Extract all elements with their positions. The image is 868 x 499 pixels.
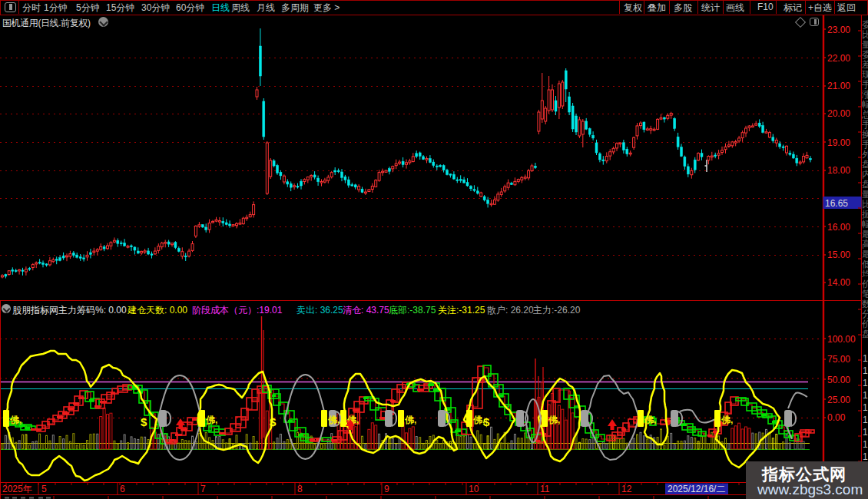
svg-text:2025年: 2025年 — [2, 484, 32, 494]
svg-text:75.00: 75.00 — [827, 354, 850, 365]
svg-text:18.00: 18.00 — [827, 165, 850, 176]
svg-text:11: 11 — [540, 484, 550, 494]
svg-text:8: 8 — [297, 484, 303, 494]
svg-text:5: 5 — [41, 484, 47, 494]
svg-text:16.65: 16.65 — [825, 198, 848, 209]
svg-text:7: 7 — [200, 484, 206, 494]
svg-text:$: $ — [270, 415, 277, 428]
svg-text:12: 12 — [621, 484, 632, 494]
svg-text:佛,: 佛, — [205, 415, 217, 425]
svg-text:佛,: 佛, — [644, 415, 656, 425]
svg-text:25.00: 25.00 — [827, 395, 850, 405]
svg-text:0.00: 0.00 — [827, 412, 846, 423]
svg-text:20.00: 20.00 — [827, 108, 850, 119]
svg-text:佛,: 佛, — [404, 415, 416, 425]
svg-text:22.00: 22.00 — [827, 53, 850, 64]
svg-text:9: 9 — [384, 484, 389, 494]
svg-text:21.00: 21.00 — [827, 81, 850, 91]
svg-text:$: $ — [483, 415, 490, 428]
svg-text:10: 10 — [469, 484, 479, 494]
svg-text:19.00: 19.00 — [827, 137, 850, 148]
svg-text:佛,: 佛, — [548, 415, 560, 425]
svg-text:23.00: 23.00 — [827, 25, 850, 35]
svg-text:$: $ — [141, 415, 147, 428]
svg-text:14.00: 14.00 — [827, 277, 850, 288]
svg-text:50.00: 50.00 — [827, 375, 850, 385]
svg-text:佛,: 佛, — [9, 415, 22, 425]
svg-text:佛,: 佛, — [721, 415, 733, 425]
svg-text:佛,: 佛, — [327, 415, 340, 425]
svg-text:16.00: 16.00 — [827, 222, 850, 233]
svg-text:2025/12/16/二: 2025/12/16/二 — [668, 484, 725, 494]
svg-text:6: 6 — [120, 484, 125, 494]
svg-text:100.00: 100.00 — [827, 334, 856, 345]
svg-text:15.00: 15.00 — [827, 250, 850, 260]
